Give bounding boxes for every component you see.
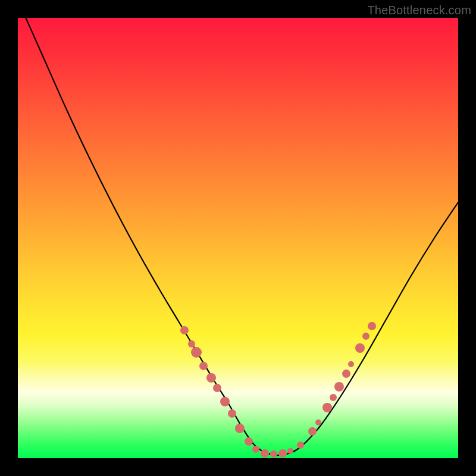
scatter-point [228, 409, 236, 418]
scatter-point [261, 449, 269, 458]
scatter-point [362, 333, 369, 340]
scatter-point [322, 403, 332, 412]
bottleneck-curve [18, 18, 458, 455]
scatter-point [348, 361, 354, 367]
watermark-text: TheBottleneck.com [367, 4, 471, 17]
scatter-point [315, 419, 321, 425]
chart-frame: TheBottleneck.com [0, 0, 476, 476]
scatter-point [180, 326, 189, 334]
scatter-point [213, 384, 221, 392]
scatter-point [191, 347, 202, 358]
scatter-point [287, 448, 293, 454]
scatter-point [330, 394, 337, 401]
scatter-point [188, 340, 195, 347]
scatter-point [368, 322, 376, 330]
scatter-point [245, 437, 253, 446]
scatter-points [180, 322, 376, 458]
scatter-point [334, 382, 344, 392]
scatter-point [220, 397, 230, 406]
scatter-point [308, 427, 317, 436]
scatter-point [342, 369, 350, 378]
scatter-point [199, 362, 208, 370]
scatter-point [297, 441, 304, 449]
chart-svg [18, 18, 458, 458]
scatter-point [235, 424, 245, 433]
scatter-point [270, 450, 277, 458]
scatter-point [252, 446, 259, 453]
plot-area [18, 18, 458, 458]
scatter-point [278, 449, 287, 458]
scatter-point [206, 373, 216, 383]
scatter-point [355, 343, 365, 353]
